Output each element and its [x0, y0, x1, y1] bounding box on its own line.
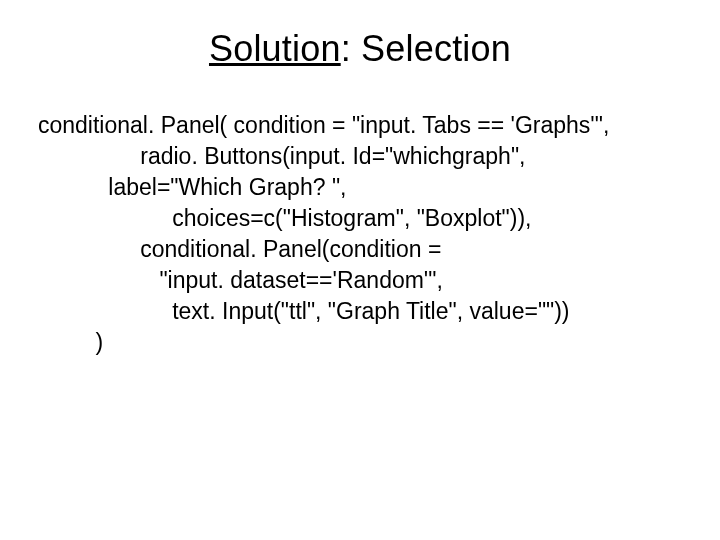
- code-line-4: choices=c("Histogram", "Boxplot")),: [38, 203, 690, 234]
- title-rest: : Selection: [341, 28, 511, 69]
- code-line-6: "input. dataset=='Random'",: [38, 265, 690, 296]
- code-line-5: conditional. Panel(condition =: [38, 234, 690, 265]
- slide: Solution: Selection conditional. Panel( …: [0, 0, 720, 540]
- code-line-7: text. Input("ttl", "Graph Title", value=…: [38, 296, 690, 327]
- code-line-8: ): [38, 327, 690, 358]
- code-block: conditional. Panel( condition = "input. …: [0, 110, 720, 358]
- code-line-2: radio. Buttons(input. Id="whichgraph",: [38, 141, 690, 172]
- code-line-1: conditional. Panel( condition = "input. …: [38, 110, 690, 141]
- slide-title: Solution: Selection: [0, 0, 720, 110]
- title-underlined: Solution: [209, 28, 341, 69]
- code-line-3: label="Which Graph? ",: [38, 172, 690, 203]
